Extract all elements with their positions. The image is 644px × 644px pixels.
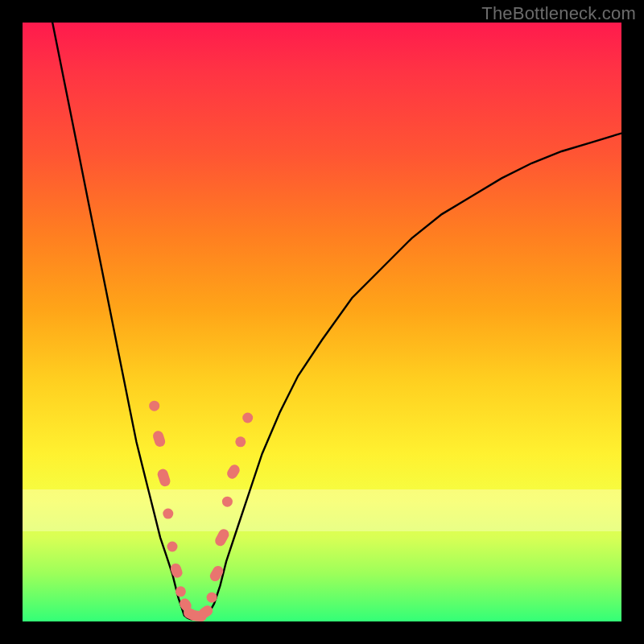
chart-frame: TheBottleneck.com [0,0,644,644]
marker-pill [213,527,231,548]
marker-pill [169,562,184,579]
marker-pill [208,564,225,584]
curve-markers [149,401,253,621]
marker-dot [175,586,186,597]
marker-dot [149,401,159,411]
watermark-text: TheBottleneck.com [481,3,636,24]
chart-svg [23,23,621,621]
marker-dot [207,592,217,603]
marker-dot [235,436,246,447]
plot-area [23,23,621,621]
marker-dot [163,509,173,519]
curve-path [52,23,621,620]
bottleneck-curve [52,23,621,620]
marker-dot [242,413,253,423]
marker-dot [222,497,233,507]
marker-pill [225,463,242,481]
marker-pill [156,468,171,488]
marker-pill [151,430,167,448]
marker-dot [167,542,178,552]
